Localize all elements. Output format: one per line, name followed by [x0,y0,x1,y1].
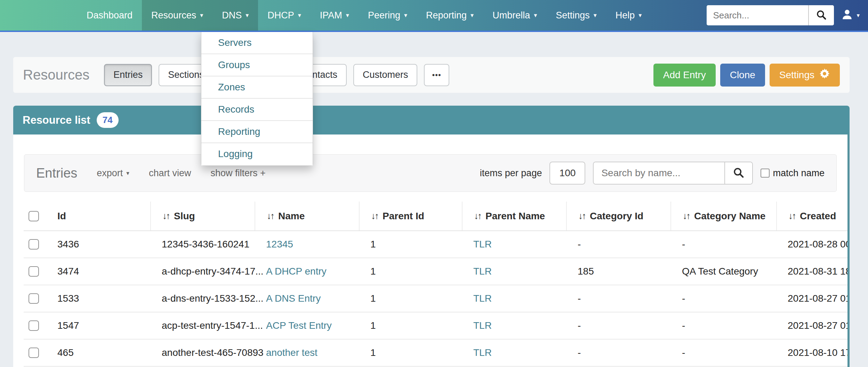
gear-icon [819,68,830,82]
nav-menu: Dashboard Resources▾ DNS▾ DHCP▾ IPAM▾ Pe… [77,0,651,31]
nav-item-label: DHCP [267,10,294,21]
nav-item-peering[interactable]: Peering▾ [359,0,417,31]
parent-name-link[interactable]: TLR [473,293,492,304]
column-header-created[interactable]: ↓↑Created [776,202,850,230]
column-header-slug[interactable]: ↓↑Slug [150,202,255,230]
navbar-search-button[interactable] [808,5,834,25]
row-checkbox[interactable] [29,293,39,304]
cell-id: 1547 [46,320,150,331]
dns-menu-item-reporting[interactable]: Reporting [201,121,313,143]
settings-button[interactable]: Settings [770,64,840,87]
page-title: Resources [23,67,89,83]
table-row: 1533 a-dns-entry-1533-152... A DNS Entry… [24,285,847,312]
table-header-row: Id ↓↑Slug ↓↑Name ↓↑Parent Id ↓↑Parent Na… [24,202,847,231]
nav-item-label: Umbrella [492,10,530,21]
cell-category-name: - [670,293,776,304]
cell-category-name: - [670,347,776,358]
nav-item-dhcp[interactable]: DHCP▾ [258,0,311,31]
entry-name-link[interactable]: another test [266,347,318,358]
parent-name-link[interactable]: TLR [473,266,492,277]
row-checkbox[interactable] [29,239,39,250]
sort-icon: ↓↑ [474,211,481,221]
nav-item-umbrella[interactable]: Umbrella▾ [483,0,546,31]
items-per-page-input[interactable] [549,162,585,185]
chevron-down-icon: ▾ [594,11,597,19]
column-header-category-id[interactable]: ↓↑Category Id [566,202,670,230]
navbar-search-input[interactable] [707,5,808,25]
more-tabs-button[interactable]: ••• [424,64,449,86]
nav-item-dashboard[interactable]: Dashboard [77,0,142,31]
clone-button[interactable]: Clone [720,64,765,87]
column-header-parent-name[interactable]: ↓↑Parent Name [462,202,566,230]
search-icon [733,167,745,180]
dns-menu-item-logging[interactable]: Logging [201,143,313,165]
match-name-checkbox[interactable] [761,169,770,178]
nav-item-reporting[interactable]: Reporting▾ [417,0,483,31]
navbar-search [707,5,834,25]
chevron-down-icon: ▾ [534,11,537,19]
parent-name-link[interactable]: TLR [473,239,492,250]
table-row: 1547 acp-test-entry-1547-1... ACP Test E… [24,312,847,340]
cell-created: 2021-08-31 18 [776,266,850,277]
column-header-id[interactable]: Id [46,202,150,230]
export-dropdown[interactable]: export ▾ [97,168,129,179]
nav-item-label: Peering [368,10,400,21]
tab-customers[interactable]: Customers [353,64,418,86]
nav-item-settings[interactable]: Settings▾ [546,0,606,31]
column-header-parent-id[interactable]: ↓↑Parent Id [359,202,462,230]
row-checkbox[interactable] [29,266,39,277]
row-checkbox[interactable] [29,348,39,358]
table-search-input[interactable] [594,162,724,184]
nav-item-help[interactable]: Help▾ [606,0,651,31]
column-header-name[interactable]: ↓↑Name [255,202,359,230]
toolbar-right: items per page match name [480,162,825,185]
nav-item-label: Settings [556,10,590,21]
table-row: 3436 12345-3436-160241 12345 1 TLR - - 2… [24,231,847,258]
tab-entries[interactable]: Entries [104,64,152,86]
sort-icon: ↓↑ [162,211,169,221]
cell-slug: another-test-465-70893 [150,347,255,358]
show-filters-link[interactable]: show filters + [210,168,265,179]
table-search [593,162,753,185]
entry-name-link[interactable]: ACP Test Entry [266,320,332,331]
cell-parent-id: 1 [359,293,462,304]
nav-item-ipam[interactable]: IPAM▾ [311,0,359,31]
row-checkbox[interactable] [29,320,39,331]
cell-created: 2021-08-10 17 [776,347,850,358]
nav-item-dns[interactable]: DNS▾ [212,0,258,31]
dns-menu-item-zones[interactable]: Zones [201,76,313,99]
add-entry-button[interactable]: Add Entry [653,64,716,87]
chevron-down-icon: ▾ [246,11,249,19]
parent-name-link[interactable]: TLR [473,347,492,358]
user-menu[interactable]: ▾ [841,8,860,22]
chart-view-link[interactable]: chart view [149,168,191,179]
table-search-button[interactable] [724,162,752,184]
select-all-checkbox[interactable] [29,211,39,221]
dns-menu-item-records[interactable]: Records [201,99,313,121]
parent-name-link[interactable]: TLR [473,320,492,331]
nav-item-label: Dashboard [87,10,132,21]
chevron-down-icon: ▾ [471,11,474,19]
entry-name-link[interactable]: A DHCP entry [266,266,327,277]
dns-menu-item-servers[interactable]: Servers [201,32,313,54]
entry-name-link[interactable]: A DNS Entry [266,293,321,304]
nav-item-resources[interactable]: Resources▾ [142,0,212,31]
nav-item-label: Reporting [426,10,467,21]
chevron-down-icon: ▾ [346,11,349,19]
sort-icon: ↓↑ [788,211,795,221]
cell-parent-id: 1 [359,266,462,277]
page-actions: Add Entry Clone Settings [653,64,840,87]
column-header-category-name[interactable]: ↓↑Category Name [670,202,776,230]
cell-category-id: - [566,320,670,331]
entry-name-link[interactable]: 12345 [266,239,293,250]
chevron-down-icon: ▾ [126,170,129,177]
cell-category-name: - [670,239,776,250]
dns-menu-item-groups[interactable]: Groups [201,54,313,76]
cell-category-id: - [566,239,670,250]
nav-item-label: DNS [222,10,242,21]
sort-icon: ↓↑ [267,211,274,221]
cell-created: 2021-08-28 00 [776,239,850,250]
resource-count-badge: 74 [97,112,119,128]
nav-item-label: IPAM [320,10,342,21]
nav-item-label: Resources [151,10,196,21]
